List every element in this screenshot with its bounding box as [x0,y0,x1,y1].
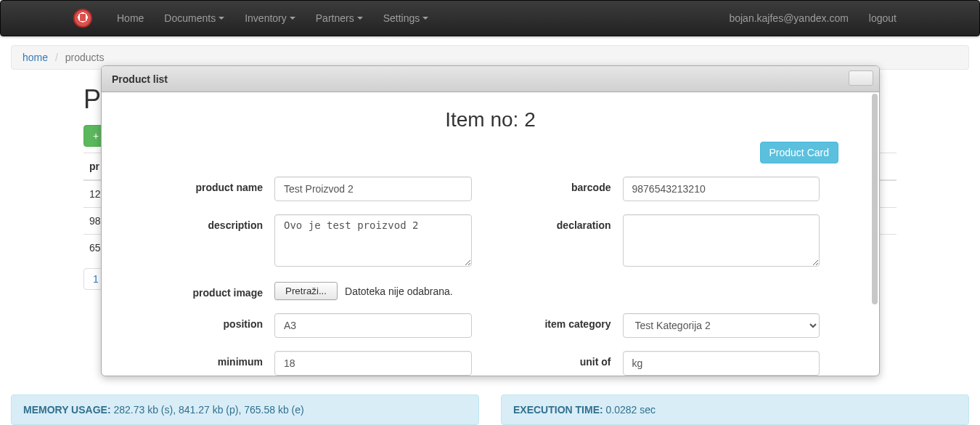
file-status-text: Datoteka nije odabrana. [345,286,453,297]
breadcrumb-separator: / [51,52,62,63]
breadcrumb-current: products [65,52,105,63]
chevron-down-icon [422,17,428,20]
label-declaration: declaration [491,214,623,231]
position-input[interactable] [274,313,472,338]
label-unit-of: unit of [491,351,623,368]
chevron-down-icon [357,17,363,20]
barcode-input[interactable] [623,177,820,201]
modal-header[interactable]: Product list [102,66,879,92]
product-modal: Product list Item no: 2 Product Card pro… [101,65,880,376]
nav-home[interactable]: Home [107,1,154,35]
label-barcode: barcode [491,177,623,193]
label-position: position [142,313,274,330]
nav-logout[interactable]: logout [859,1,907,35]
nav-inventory[interactable]: Inventory [234,1,306,35]
memory-usage-box: MEMORY USAGE: 282.73 kb (s), 841.27 kb (… [11,394,479,425]
breadcrumb-home[interactable]: home [23,52,48,63]
execution-time-label: EXECUTION TIME: [513,404,603,416]
product-card-button[interactable]: Product Card [760,142,838,163]
nav-user[interactable]: bojan.kajfes@yandex.com [719,1,858,35]
nav-documents-label: Documents [164,12,216,24]
unit-of-input[interactable] [623,351,820,376]
nav-settings[interactable]: Settings [373,1,439,35]
product-name-input[interactable] [274,177,472,201]
chevron-down-icon [290,17,295,20]
memory-usage-value: 282.73 kb (s), 841.27 kb (p), 765.58 kb … [111,404,304,416]
nav-settings-label: Settings [383,12,420,24]
brand-logo-icon[interactable] [73,9,92,28]
execution-time-value: 0.0282 sec [603,404,656,416]
item-category-select[interactable]: Test Kategorija 2 [623,313,820,338]
nav-documents[interactable]: Documents [154,1,234,35]
modal-scrollbar[interactable] [872,94,878,304]
label-description: description [142,214,274,231]
modal-item-title: Item no: 2 [142,108,838,131]
navbar: Home Documents Inventory Partners Settin… [0,0,980,36]
label-item-category: item category [491,313,623,330]
minimum-input[interactable] [274,351,472,376]
description-textarea[interactable]: Ovo je test proizvod 2 [274,214,472,267]
label-product-name: product name [142,177,274,193]
execution-time-box: EXECUTION TIME: 0.0282 sec [501,394,969,425]
modal-body: Item no: 2 Product Card product name bar… [102,92,879,376]
memory-usage-label: MEMORY USAGE: [23,404,111,416]
chevron-down-icon [219,17,224,20]
file-browse-button[interactable]: Pretraži... [274,282,338,300]
label-product-image: product image [142,282,274,299]
modal-header-title: Product list [112,73,168,85]
nav-partners-label: Partners [316,12,354,24]
label-minimum: minimum [142,351,274,368]
nav-inventory-label: Inventory [245,12,287,24]
declaration-textarea[interactable] [623,214,820,267]
nav-partners[interactable]: Partners [306,1,373,35]
modal-close-button[interactable] [849,70,873,86]
